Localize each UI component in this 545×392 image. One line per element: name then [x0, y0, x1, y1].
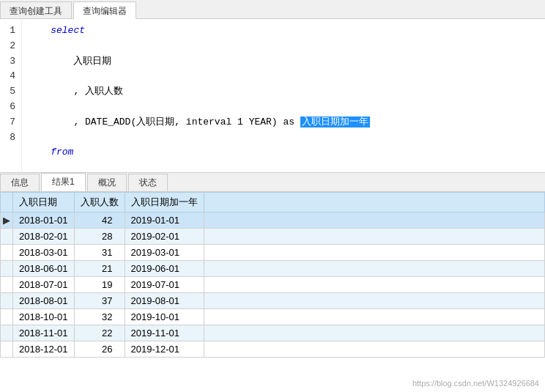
bottom-tab-bar: 信息 结果1 概况 状态 — [0, 173, 545, 192]
table-body: ▶2018-01-01422019-01-012018-02-01282019-… — [1, 212, 545, 358]
cell-spacer — [204, 212, 545, 229]
highlighted-alias: 入职日期加一年 — [300, 117, 370, 127]
tab-query-builder[interactable]: 查询创建工具 — [0, 1, 72, 18]
cell-date: 2018-03-01 — [13, 245, 75, 261]
cell-spacer — [204, 261, 545, 277]
table-row[interactable]: 2018-12-01262019-12-01 — [1, 341, 545, 358]
cell-count: 28 — [74, 229, 125, 245]
cell-count: 26 — [74, 341, 125, 358]
cell-date: 2018-12-01 — [13, 341, 75, 358]
col-date-plus: 入职日期加一年 — [125, 193, 204, 212]
row-indicator — [1, 261, 13, 277]
cell-date-plus: 2019-12-01 — [125, 341, 204, 358]
cell-date: 2018-02-01 — [13, 229, 75, 245]
results-table: 入职日期 入职人数 入职日期加一年 ▶2018-01-01422019-01-0… — [0, 192, 545, 358]
cell-date: 2018-10-01 — [13, 309, 75, 325]
tab-info[interactable]: 信息 — [0, 174, 40, 191]
tab-overview[interactable]: 概况 — [87, 174, 127, 191]
cell-spacer — [204, 341, 545, 358]
cell-date: 2018-06-01 — [13, 261, 75, 277]
results-area: 入职日期 入职人数 入职日期加一年 ▶2018-01-01422019-01-0… — [0, 192, 545, 392]
row-indicator — [1, 229, 13, 245]
cell-spacer — [204, 309, 545, 325]
cell-date: 2018-07-01 — [13, 277, 75, 293]
cell-count: 42 — [74, 212, 125, 229]
row-indicator — [1, 341, 13, 358]
row-indicator — [1, 245, 13, 261]
table-row[interactable]: 2018-11-01222019-11-01 — [1, 325, 545, 341]
cell-spacer — [204, 229, 545, 245]
line-numbers: 1 2 3 4 5 6 7 8 — [0, 19, 22, 172]
row-indicator: ▶ — [1, 212, 13, 229]
table-header-row: 入职日期 入职人数 入职日期加一年 — [1, 193, 545, 212]
cell-spacer — [204, 245, 545, 261]
row-indicator — [1, 325, 13, 341]
col-indicator — [1, 193, 13, 212]
table-row[interactable]: 2018-03-01312019-03-01 — [1, 245, 545, 261]
cell-date-plus: 2019-06-01 — [125, 261, 204, 277]
cell-spacer — [204, 293, 545, 309]
watermark: https://blog.csdn.net/W1324926684 — [412, 379, 539, 388]
cell-date-plus: 2019-02-01 — [125, 229, 204, 245]
cell-count: 32 — [74, 309, 125, 325]
row-indicator — [1, 309, 13, 325]
col-date: 入职日期 — [13, 193, 75, 212]
cell-spacer — [204, 325, 545, 341]
cell-count: 21 — [74, 261, 125, 277]
cell-count: 22 — [74, 325, 125, 341]
tab-status[interactable]: 状态 — [128, 174, 168, 191]
table-row[interactable]: 2018-07-01192019-07-01 — [1, 277, 545, 293]
code-content[interactable]: select 入职日期 , 入职人数 , DATE_ADD(入职日期, inte… — [22, 19, 545, 172]
table-row[interactable]: 2018-08-01372019-08-01 — [1, 293, 545, 309]
cell-date-plus: 2019-11-01 — [125, 325, 204, 341]
table-row[interactable]: 2018-10-01322019-10-01 — [1, 309, 545, 325]
table-row[interactable]: ▶2018-01-01422019-01-01 — [1, 212, 545, 229]
cell-count: 37 — [74, 293, 125, 309]
cell-count: 31 — [74, 245, 125, 261]
tab-query-editor[interactable]: 查询编辑器 — [73, 1, 136, 19]
col-count: 入职人数 — [74, 193, 125, 212]
tab-results[interactable]: 结果1 — [41, 173, 86, 191]
cell-date-plus: 2019-03-01 — [125, 245, 204, 261]
cell-date-plus: 2019-07-01 — [125, 277, 204, 293]
top-tab-bar: 查询创建工具 查询编辑器 — [0, 0, 545, 19]
cell-date-plus: 2019-01-01 — [125, 212, 204, 229]
table-row[interactable]: 2018-02-01282019-02-01 — [1, 229, 545, 245]
cell-date: 2018-01-01 — [13, 212, 75, 229]
cell-date-plus: 2019-08-01 — [125, 293, 204, 309]
cell-date-plus: 2019-10-01 — [125, 309, 204, 325]
code-editor[interactable]: 1 2 3 4 5 6 7 8 select 入职日期 , 入职人数 , DAT… — [0, 19, 545, 173]
cell-date: 2018-08-01 — [13, 293, 75, 309]
cell-date: 2018-11-01 — [13, 325, 75, 341]
table-row[interactable]: 2018-06-01212019-06-01 — [1, 261, 545, 277]
cell-spacer — [204, 277, 545, 293]
col-spacer — [204, 193, 545, 212]
cell-count: 19 — [74, 277, 125, 293]
row-indicator — [1, 277, 13, 293]
row-indicator — [1, 293, 13, 309]
